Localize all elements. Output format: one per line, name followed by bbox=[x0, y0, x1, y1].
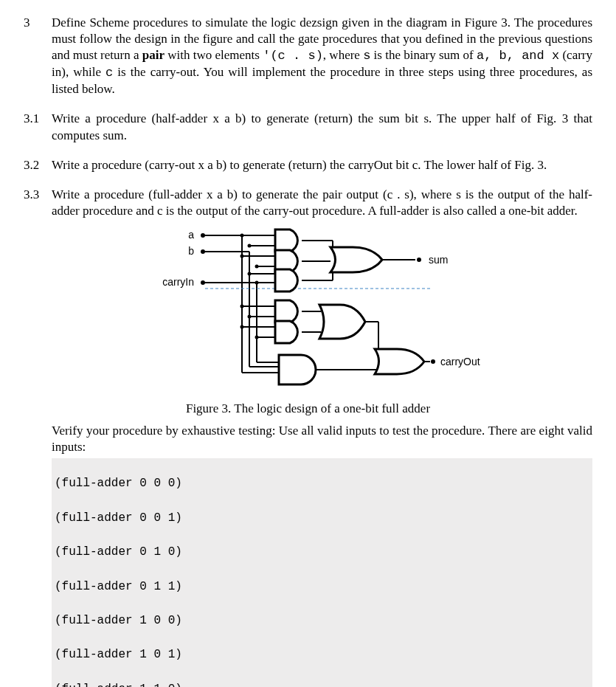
svg-point-21 bbox=[255, 280, 258, 284]
figure-3-caption: Figure 3. The logic design of a one-bit … bbox=[24, 401, 592, 417]
page: 3 Define Scheme procedures to simulate t… bbox=[0, 0, 616, 687]
code-line: (full-adder 0 1 0) bbox=[52, 544, 592, 561]
svg-point-34 bbox=[240, 325, 243, 328]
code-line: (full-adder 1 0 1) bbox=[52, 646, 592, 663]
svg-point-11 bbox=[240, 233, 243, 237]
q3-code-c: c bbox=[105, 66, 113, 80]
full-adder-diagram: .wir { stroke:#000; stroke-width:2; fill… bbox=[135, 225, 482, 395]
svg-point-13 bbox=[247, 244, 251, 247]
code-line: (full-adder 0 1 1) bbox=[52, 579, 592, 595]
code-block: (full-adder 0 0 0) (full-adder 0 0 1) (f… bbox=[52, 458, 592, 687]
svg-point-15 bbox=[240, 254, 243, 258]
q3-text-3: , where bbox=[323, 48, 363, 62]
figure-3: .wir { stroke:#000; stroke-width:2; fill… bbox=[24, 225, 592, 417]
question-3-3: 3.3 Write a procedure (full-adder x a b)… bbox=[24, 187, 592, 219]
code-line: (full-adder 1 1 0) bbox=[52, 681, 592, 687]
question-3: 3 Define Scheme procedures to simulate t… bbox=[24, 15, 592, 97]
svg-point-17 bbox=[255, 264, 258, 268]
code-line: (full-adder 0 0 0) bbox=[52, 475, 592, 492]
code-line: (full-adder 0 0 1) bbox=[52, 510, 592, 527]
question-3-1-number: 3.1 bbox=[24, 111, 52, 143]
svg-point-32 bbox=[247, 314, 251, 318]
q3-text-6: is the carry-out. You will implement the… bbox=[52, 65, 592, 96]
q3-code-1: '(c . s) bbox=[263, 49, 323, 63]
q3-text-4: is the binary sum of bbox=[370, 48, 477, 62]
svg-point-30 bbox=[240, 304, 243, 308]
q3-text-2: with two elements bbox=[165, 48, 263, 62]
question-3-3-number: 3.3 bbox=[24, 187, 52, 219]
question-3-3-body: Write a procedure (full-adder x a b) to … bbox=[52, 187, 592, 219]
question-3-1-body: Write a procedure (half-adder x a b) to … bbox=[52, 111, 592, 143]
question-3-2-body: Write a procedure (carry-out x a b) to g… bbox=[52, 157, 592, 173]
svg-point-36 bbox=[255, 335, 258, 339]
question-3-2: 3.2 Write a procedure (carry-out x a b) … bbox=[24, 157, 592, 173]
diagram-label-sum: sum bbox=[429, 254, 448, 266]
svg-point-19 bbox=[247, 272, 251, 275]
question-3-number: 3 bbox=[24, 15, 52, 97]
q3-code-abx: a, b, and x bbox=[477, 49, 559, 63]
diagram-label-carryin: carryIn bbox=[162, 276, 194, 288]
question-3-1: 3.1 Write a procedure (half-adder x a b)… bbox=[24, 111, 592, 143]
svg-point-28 bbox=[417, 258, 421, 262]
diagram-label-carryout: carryOut bbox=[440, 356, 480, 367]
diagram-label-a: a bbox=[188, 229, 194, 241]
q3-code-s: s bbox=[363, 49, 370, 63]
question-3-body: Define Scheme procedures to simulate the… bbox=[52, 15, 592, 97]
svg-point-47 bbox=[431, 359, 435, 364]
verify-text: Verify your procedure by exhaustive test… bbox=[52, 423, 592, 455]
q3-bold-pair: pair bbox=[142, 48, 165, 62]
diagram-label-b: b bbox=[188, 245, 194, 257]
code-line: (full-adder 1 0 0) bbox=[52, 612, 592, 629]
question-3-2-number: 3.2 bbox=[24, 157, 52, 173]
